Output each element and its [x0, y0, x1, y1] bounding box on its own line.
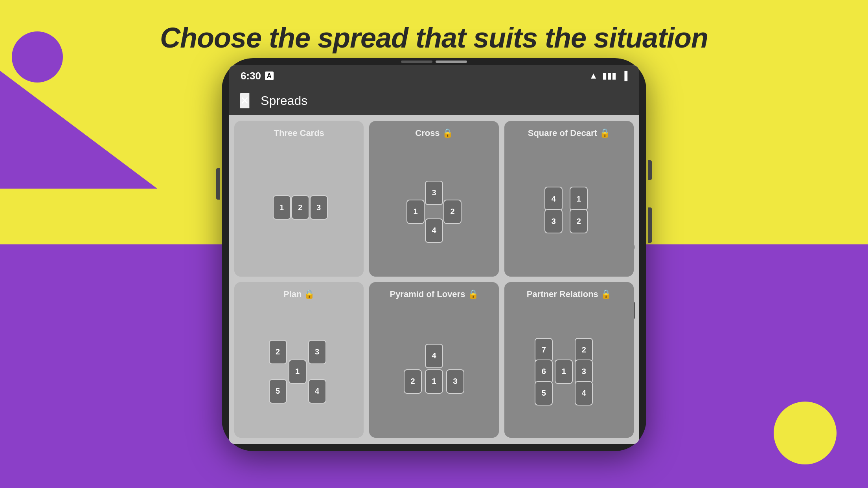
- plan-card-2: 2: [269, 340, 287, 364]
- status-a-badge: A: [265, 72, 274, 80]
- three-cards-title: Three Cards: [274, 128, 324, 138]
- plan-card-4: 4: [308, 379, 326, 404]
- cross-lock: 🔒: [442, 128, 453, 138]
- partner-lock: 🔒: [601, 289, 611, 299]
- pyr-card-2: 2: [404, 369, 422, 394]
- spread-partner-relations[interactable]: Partner Relations 🔒 7 2 6 1 3 5 4: [504, 282, 634, 438]
- par-card-5: 5: [535, 381, 553, 405]
- phone-screen: 6:30 A ▲ ▮▮▮ ▐ × Spreads Three Cards: [229, 65, 639, 444]
- par-card-7: 7: [535, 338, 553, 362]
- spread-pyramid-lovers[interactable]: Pyramid of Lovers 🔒 4 2 1 3: [369, 282, 498, 438]
- cross-layout: 3 1 2 4: [374, 142, 494, 272]
- plan-card-5: 5: [269, 379, 287, 404]
- power-button: [648, 160, 652, 180]
- signal-icon: ▮▮▮: [602, 71, 616, 81]
- status-bar: 6:30 A ▲ ▮▮▮ ▐: [229, 65, 639, 86]
- battery-icon: ▐: [621, 71, 627, 81]
- pyramid-lock: 🔒: [468, 289, 478, 299]
- cross-card-3: 3: [425, 181, 443, 205]
- square-decart-title: Square of Decart 🔒: [528, 128, 610, 138]
- plan-card-3: 3: [308, 340, 326, 364]
- plan-card-1: 1: [289, 360, 307, 384]
- nav-button: [648, 207, 652, 243]
- card-3: 3: [310, 195, 328, 220]
- volume-button: [216, 168, 220, 200]
- sq-card-1: 1: [570, 187, 588, 211]
- spread-plan[interactable]: Plan 🔒 2 3 1 5 4: [234, 282, 364, 438]
- spread-three-cards[interactable]: Three Cards 1 2 3: [234, 121, 364, 277]
- phone-frame: 6:30 A ▲ ▮▮▮ ▐ × Spreads Three Cards: [222, 58, 646, 451]
- sq-card-3: 3: [544, 209, 563, 233]
- status-time: 6:30: [241, 70, 261, 82]
- partner-relations-title: Partner Relations 🔒: [527, 289, 611, 299]
- par-card-1: 1: [555, 360, 573, 384]
- pyr-card-1: 1: [425, 369, 443, 394]
- spreads-grid: Three Cards 1 2 3 Cross 🔒 3 1: [229, 115, 639, 444]
- par-card-4: 4: [575, 381, 593, 405]
- par-card-2: 2: [575, 338, 593, 362]
- par-card-3: 3: [575, 360, 593, 384]
- sq-card-4: 4: [544, 187, 563, 211]
- plan-layout: 2 3 1 5 4: [239, 303, 359, 433]
- pyramid-lovers-title: Pyramid of Lovers 🔒: [390, 289, 478, 299]
- wifi-icon: ▲: [589, 71, 598, 81]
- cross-card-1: 1: [406, 200, 425, 224]
- screen-title: Spreads: [261, 94, 307, 108]
- sq-card-2: 2: [570, 209, 588, 233]
- partner-layout: 7 2 6 1 3 5 4: [509, 303, 629, 433]
- spread-cross[interactable]: Cross 🔒 3 1 2 4: [369, 121, 498, 277]
- pyr-card-3: 3: [446, 369, 464, 394]
- plan-title: Plan 🔒: [283, 289, 315, 299]
- plan-lock: 🔒: [304, 289, 314, 299]
- decorative-circle-yellow: [774, 402, 837, 464]
- headline: Choose the spread that suits the situati…: [0, 22, 868, 54]
- cross-card-2: 2: [443, 200, 462, 224]
- close-button[interactable]: ×: [240, 93, 250, 108]
- card-2: 2: [291, 195, 309, 220]
- square-lock: 🔒: [600, 128, 610, 138]
- pyr-card-4: 4: [425, 344, 443, 368]
- app-top-bar: × Spreads: [229, 86, 639, 115]
- card-1: 1: [273, 195, 291, 220]
- par-card-6: 6: [535, 360, 553, 384]
- pyramid-layout: 4 2 1 3: [374, 303, 494, 433]
- spread-square-decart[interactable]: Square of Decart 🔒 4 1 3 2: [504, 121, 634, 277]
- cross-title: Cross 🔒: [415, 128, 452, 138]
- square-decart-layout: 4 1 3 2: [509, 142, 629, 272]
- status-icons: ▲ ▮▮▮ ▐: [589, 71, 627, 81]
- cross-card-4: 4: [425, 218, 443, 243]
- three-cards-layout: 1 2 3: [239, 142, 359, 272]
